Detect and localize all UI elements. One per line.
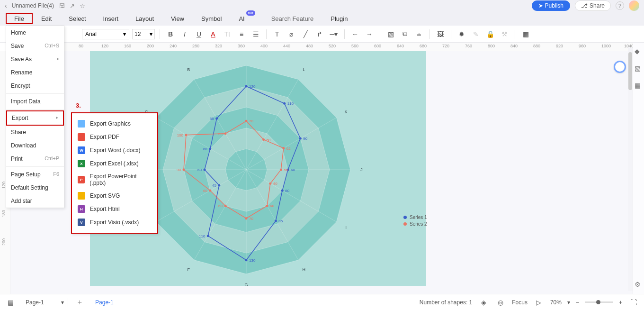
- export-option[interactable]: Export SVG: [72, 189, 157, 202]
- file-menu-defaults[interactable]: Default Setting: [6, 181, 64, 194]
- back-icon[interactable]: ‹: [5, 2, 7, 9]
- star-icon[interactable]: ☆: [80, 2, 85, 9]
- svg-point-34: [299, 137, 302, 140]
- share-button[interactable]: ⎇Share: [575, 0, 611, 11]
- lock-button[interactable]: 🔒: [484, 28, 496, 40]
- file-menu-addstar[interactable]: Add star: [6, 194, 64, 208]
- layers-icon[interactable]: ▧: [635, 64, 643, 73]
- status-right: Number of shapes: 1 ◈ ◎ Focus ▷ 70% ▾ − …: [420, 297, 639, 308]
- chevron-down-icon[interactable]: ▾: [567, 299, 570, 306]
- dot-icon: [403, 222, 407, 226]
- export-option[interactable]: Export Graphics: [72, 117, 157, 130]
- menubar: File Edit Select Insert Layout View Symb…: [0, 11, 644, 26]
- align-objects-button[interactable]: ⫨: [413, 28, 425, 40]
- file-menu-print[interactable]: PrintCtrl+P: [6, 152, 64, 165]
- export-option[interactable]: XExport Excel (.xlsx): [72, 157, 157, 170]
- file-menu-rename[interactable]: Rename: [6, 66, 64, 79]
- avatar[interactable]: [629, 0, 639, 11]
- zoom-value[interactable]: 70%: [550, 299, 562, 306]
- menu-edit[interactable]: Edit: [33, 13, 60, 24]
- menu-file[interactable]: File: [6, 13, 33, 24]
- text-tool-button[interactable]: T: [271, 28, 283, 40]
- underline-button[interactable]: U: [193, 28, 205, 40]
- file-menu-export[interactable]: Export▸: [6, 110, 64, 126]
- layers-icon[interactable]: ◈: [478, 297, 489, 308]
- fullscreen-icon[interactable]: ⛶: [628, 297, 639, 308]
- menu-symbol[interactable]: Symbol: [193, 13, 230, 24]
- focus-icon[interactable]: ◎: [495, 297, 506, 308]
- no-fill-button[interactable]: ⌀: [286, 28, 297, 40]
- file-menu-encrypt[interactable]: Encrypt: [6, 79, 64, 92]
- file-menu-download[interactable]: Download: [6, 139, 64, 152]
- table-button[interactable]: ▦: [520, 28, 531, 40]
- play-icon[interactable]: ▷: [533, 297, 545, 308]
- settings-icon[interactable]: ⚙: [635, 281, 643, 289]
- export-option[interactable]: WExport Word (.docx): [72, 144, 157, 157]
- file-menu-save[interactable]: SaveCtrl+S: [6, 39, 64, 53]
- menu-search-feature[interactable]: Search Feature: [263, 13, 322, 24]
- file-menu-home[interactable]: Home: [6, 26, 64, 39]
- arrow-start-button[interactable]: ←: [349, 28, 361, 40]
- image-button[interactable]: 🖼: [435, 28, 446, 40]
- export-option[interactable]: HExport Html: [72, 202, 157, 216]
- effects-button[interactable]: ✹: [456, 28, 467, 40]
- menu-select[interactable]: Select: [60, 13, 94, 24]
- scrollbar-thumb[interactable]: [628, 52, 632, 90]
- file-menu-share[interactable]: Share: [6, 126, 64, 139]
- guide-circle[interactable]: [614, 61, 626, 73]
- menu-plugin[interactable]: Plugin: [322, 13, 356, 24]
- file-menu-pagesetup[interactable]: Page SetupF6: [6, 168, 64, 181]
- align-button[interactable]: ≡: [236, 28, 247, 40]
- filename: Unnamed File(4): [12, 2, 54, 9]
- grid-icon[interactable]: ▦: [635, 82, 643, 90]
- connector-button[interactable]: ↱: [314, 28, 325, 40]
- spacing-button[interactable]: ☰: [250, 28, 261, 40]
- export-option[interactable]: PExport PowerPoint (.pptx): [72, 170, 157, 189]
- share-link-icon[interactable]: ↗: [70, 2, 75, 9]
- font-color-button[interactable]: A: [207, 28, 219, 40]
- layout-icon[interactable]: ▤: [5, 297, 16, 308]
- publish-button[interactable]: ➤Publish: [532, 0, 570, 11]
- arrow-end-button[interactable]: →: [364, 28, 375, 40]
- svg-text:85: 85: [210, 117, 214, 121]
- line-color-button[interactable]: ╱: [300, 28, 311, 40]
- group-button[interactable]: ▧: [385, 28, 396, 40]
- svg-text:A: A: [245, 56, 248, 57]
- zoom-slider[interactable]: [585, 301, 613, 303]
- line-style-button[interactable]: ─▾: [328, 28, 340, 40]
- menu-insert[interactable]: Insert: [95, 13, 127, 24]
- file-type-icon: V: [78, 219, 85, 226]
- export-option[interactable]: Export PDF: [72, 130, 157, 144]
- vertical-scrollbar[interactable]: [628, 47, 633, 291]
- save-icon[interactable]: 🖫: [59, 2, 65, 9]
- menu-layout[interactable]: Layout: [127, 13, 162, 24]
- svg-text:110: 110: [199, 234, 206, 238]
- page-select[interactable]: Page-1▾: [22, 298, 68, 307]
- svg-text:K: K: [345, 109, 348, 114]
- bold-button[interactable]: B: [165, 28, 176, 40]
- page-tab-1[interactable]: Page-1: [91, 297, 117, 308]
- file-menu-import[interactable]: Import Data: [6, 95, 64, 108]
- italic-button[interactable]: I: [179, 28, 190, 40]
- edit-button[interactable]: ✎: [470, 28, 482, 40]
- copy-style-button[interactable]: ⧉: [399, 28, 411, 40]
- tools-button[interactable]: ⚒: [499, 28, 510, 40]
- file-menu-saveas[interactable]: Save As▸: [6, 53, 64, 66]
- zoom-in-button[interactable]: +: [619, 299, 622, 306]
- zoom-out-button[interactable]: −: [576, 299, 579, 306]
- svg-text:B: B: [187, 67, 190, 72]
- fill-icon[interactable]: ◆: [635, 47, 643, 56]
- focus-label[interactable]: Focus: [512, 299, 528, 306]
- font-size-select[interactable]: 12▾: [132, 29, 155, 39]
- font-select[interactable]: Arial▾: [82, 29, 129, 39]
- chevron-down-icon: ▾: [61, 299, 64, 306]
- export-option[interactable]: VExport Visio (.vsdx): [72, 216, 157, 229]
- svg-text:60: 60: [270, 204, 274, 208]
- add-page-button[interactable]: +: [74, 298, 86, 307]
- help-icon[interactable]: ?: [616, 1, 624, 10]
- svg-text:130: 130: [249, 258, 256, 263]
- menu-ai[interactable]: AIhot: [230, 13, 253, 24]
- case-button[interactable]: Tt: [222, 28, 233, 40]
- zoom-slider-knob[interactable]: [596, 300, 600, 304]
- menu-view[interactable]: View: [162, 13, 193, 24]
